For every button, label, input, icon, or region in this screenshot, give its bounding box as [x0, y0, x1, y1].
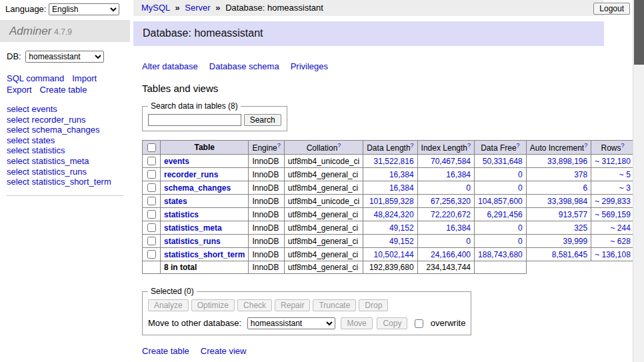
sidebar-link-create-table[interactable]: Create table — [40, 85, 87, 95]
value-link-data-free[interactable]: 104,857,600 — [478, 197, 523, 206]
table-name-link-statistics-runs[interactable]: statistics_runs — [164, 237, 221, 246]
value-link-rows-approx[interactable]: ~ 628 — [611, 237, 631, 246]
help-icon[interactable]: ? — [411, 142, 414, 149]
row-checkbox-statistics-runs[interactable] — [147, 237, 156, 245]
row-checkbox-schema-changes[interactable] — [147, 183, 156, 192]
sidebar-table-link-events[interactable]: select events — [7, 104, 57, 114]
select-all-checkbox[interactable] — [147, 143, 156, 152]
action-link-privileges[interactable]: Privileges — [291, 61, 328, 71]
move-button[interactable]: Move — [341, 317, 372, 329]
sidebar-link-export[interactable]: Export — [7, 85, 32, 95]
app-logo[interactable]: Adminer4.7.9 — [0, 20, 130, 42]
table-name-link-recorder-runs[interactable]: recorder_runs — [164, 170, 218, 179]
value-link-data-length[interactable]: 48,824,320 — [374, 210, 414, 219]
table-name-link-statistics-short-term[interactable]: statistics_short_term — [164, 250, 245, 259]
help-icon[interactable]: ? — [584, 142, 587, 149]
truncate-button[interactable]: Truncate — [313, 299, 356, 311]
check-button[interactable]: Check — [237, 299, 272, 311]
sidebar-table-link-statistics[interactable]: select statistics — [7, 145, 65, 155]
value-link-auto-increment[interactable]: 913,577 — [559, 210, 587, 219]
row-checkbox-events[interactable] — [147, 157, 156, 165]
vertical-scrollbar[interactable] — [633, 0, 644, 362]
search-input[interactable] — [148, 114, 241, 126]
help-icon[interactable]: ? — [621, 142, 625, 149]
value-link-index-length[interactable]: 0 — [466, 183, 471, 193]
optimize-button[interactable]: Optimize — [191, 299, 235, 311]
value-link-index-length[interactable]: 67,256,320 — [431, 197, 471, 206]
sidebar-table-link-states[interactable]: select states — [7, 135, 55, 145]
value-link-data-length[interactable]: 16,384 — [389, 170, 414, 179]
row-checkbox-statistics-short-term[interactable] — [147, 250, 156, 259]
value-link-index-length[interactable]: 0 — [466, 237, 471, 246]
value-link-rows-approx[interactable]: ~ 299,833 — [595, 197, 631, 206]
sidebar-table-link-statistics-meta[interactable]: select statistics_meta — [7, 156, 89, 166]
value-link-data-free[interactable]: 0 — [518, 183, 523, 193]
value-link-data-length[interactable]: 31,522,816 — [374, 157, 414, 166]
scrollbar-thumb[interactable] — [634, 0, 644, 65]
value-link-auto-increment[interactable]: 378 — [574, 170, 587, 179]
value-link-data-free[interactable]: 6,291,456 — [487, 210, 522, 219]
help-icon[interactable]: ? — [337, 142, 341, 149]
value-link-rows-approx[interactable]: ~ 569,159 — [595, 210, 631, 219]
help-icon[interactable]: ? — [467, 142, 471, 149]
action-link-database-schema[interactable]: Database schema — [209, 61, 279, 71]
value-link-data-length[interactable]: 16,384 — [389, 183, 414, 193]
value-link-rows-approx[interactable]: ~ 5 — [619, 170, 631, 179]
overwrite-label[interactable]: overwrite — [431, 318, 466, 328]
value-link-rows-approx[interactable]: ~ 244 — [611, 223, 631, 233]
value-link-data-length[interactable]: 49,152 — [389, 223, 414, 233]
help-icon[interactable]: ? — [277, 142, 281, 149]
table-name-link-events[interactable]: events — [164, 157, 189, 166]
value-link-data-length[interactable]: 49,152 — [389, 237, 414, 246]
db-select[interactable]: homeassistant — [25, 51, 104, 63]
value-link-data-free[interactable]: 50,331,648 — [483, 157, 523, 166]
help-icon[interactable]: ? — [517, 142, 520, 149]
value-link-index-length[interactable]: 16,384 — [446, 223, 471, 233]
value-link-auto-increment[interactable]: 33,898,196 — [547, 157, 587, 166]
row-checkbox-recorder-runs[interactable] — [147, 170, 156, 179]
value-link-index-length[interactable]: 16,384 — [446, 170, 471, 179]
value-link-auto-increment[interactable]: 8,581,645 — [552, 250, 587, 259]
create-link-create-table[interactable]: Create table — [142, 346, 189, 356]
repair-button[interactable]: Repair — [275, 299, 310, 311]
value-link-index-length[interactable]: 70,467,584 — [431, 157, 471, 166]
value-link-rows-approx[interactable]: ~ 3 — [619, 183, 631, 193]
analyze-button[interactable]: Analyze — [148, 299, 189, 311]
value-link-rows-approx[interactable]: ~ 136,108 — [595, 250, 631, 259]
sidebar-table-link-statistics-runs[interactable]: select statistics_runs — [7, 167, 87, 177]
value-link-data-free[interactable]: 0 — [518, 170, 523, 179]
value-link-auto-increment[interactable]: 33,398,984 — [547, 197, 587, 206]
row-checkbox-statistics-meta[interactable] — [147, 223, 156, 232]
value-link-data-length[interactable]: 101,859,328 — [369, 197, 414, 206]
table-name-link-states[interactable]: states — [164, 197, 187, 206]
value-link-data-free[interactable]: 0 — [518, 223, 523, 233]
value-link-index-length[interactable]: 72,220,672 — [431, 210, 471, 219]
action-link-alter-database[interactable]: Alter database — [142, 61, 198, 71]
language-select[interactable]: English — [49, 3, 119, 15]
create-link-create-view[interactable]: Create view — [201, 346, 247, 356]
breadcrumb-link-server[interactable]: Server — [185, 3, 210, 13]
move-database-select[interactable]: homeassistant — [247, 317, 335, 329]
overwrite-checkbox[interactable] — [415, 319, 423, 328]
search-button[interactable]: Search — [244, 114, 281, 126]
value-link-data-free[interactable]: 188,743,680 — [478, 250, 523, 259]
table-name-link-schema-changes[interactable]: schema_changes — [164, 183, 231, 193]
sidebar-table-link-schema-changes[interactable]: select schema_changes — [7, 125, 99, 135]
value-link-rows-approx[interactable]: ~ 312,180 — [595, 157, 631, 166]
sidebar-table-link-statistics-short-term[interactable]: select statistics_short_term — [7, 177, 111, 187]
value-link-auto-increment[interactable]: 325 — [574, 223, 587, 233]
breadcrumb-link-mysql[interactable]: MySQL — [141, 3, 170, 13]
value-link-auto-increment[interactable]: 39,999 — [563, 237, 587, 246]
drop-button[interactable]: Drop — [359, 299, 388, 311]
sidebar-link-import[interactable]: Import — [72, 73, 97, 83]
table-name-link-statistics[interactable]: statistics — [164, 210, 199, 219]
sidebar-table-link-recorder-runs[interactable]: select recorder_runs — [7, 115, 86, 125]
value-link-data-free[interactable]: 0 — [518, 237, 523, 246]
row-checkbox-statistics[interactable] — [147, 210, 156, 219]
value-link-index-length[interactable]: 24,166,400 — [431, 250, 471, 259]
copy-button[interactable]: Copy — [377, 317, 407, 329]
logout-button[interactable]: Logout — [593, 3, 630, 15]
sidebar-link-sql-command[interactable]: SQL command — [7, 73, 64, 83]
value-link-data-length[interactable]: 10,502,144 — [374, 250, 414, 259]
value-link-auto-increment[interactable]: 6 — [583, 183, 587, 193]
